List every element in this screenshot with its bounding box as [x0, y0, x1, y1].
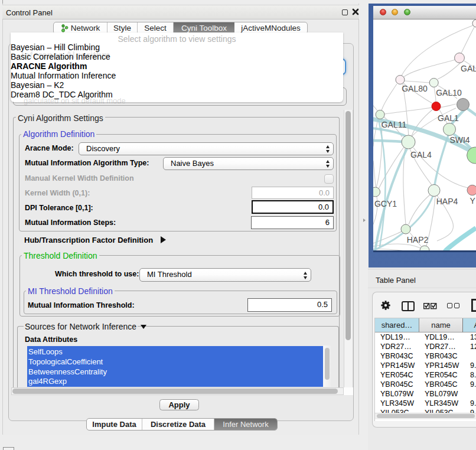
svg-text:GCY1: GCY1: [374, 199, 397, 208]
svg-text:GAL1: GAL1: [438, 113, 459, 123]
svg-text:HAP4: HAP4: [436, 197, 458, 206]
svg-text:SWI4: SWI4: [449, 135, 470, 145]
svg-text:HAP2: HAP2: [407, 235, 429, 244]
svg-text:GAL80: GAL80: [402, 84, 428, 93]
svg-text:Y: Y: [470, 196, 476, 206]
svg-text:GAL11: GAL11: [382, 120, 407, 129]
svg-text:GAL: GAL: [461, 64, 476, 73]
svg-text:GAL4: GAL4: [410, 150, 432, 159]
svg-text:GAL10: GAL10: [436, 88, 462, 97]
